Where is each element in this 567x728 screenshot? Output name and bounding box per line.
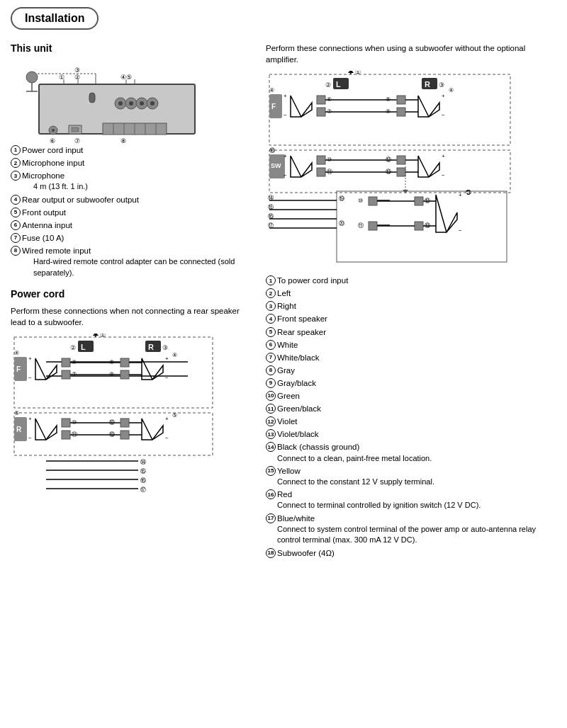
item-text: Subwoofer (4Ω)	[277, 547, 556, 559]
svg-rect-124	[397, 96, 405, 104]
svg-text:⑥: ⑥	[50, 137, 55, 144]
svg-marker-130	[418, 96, 439, 117]
item-num: 7	[266, 353, 276, 363]
svg-text:+: +	[165, 416, 169, 422]
list-item: 9 Gray/black	[266, 377, 556, 389]
item-text: Green/black	[277, 403, 556, 414]
svg-rect-30	[72, 127, 79, 132]
right-column: Perform these connections when using a s…	[266, 42, 556, 560]
svg-marker-75	[35, 419, 57, 440]
svg-text:②: ②	[74, 74, 80, 81]
svg-marker-181	[436, 195, 457, 232]
item-num: 5	[11, 207, 21, 217]
svg-rect-84	[120, 419, 129, 427]
item-text: White	[277, 339, 556, 351]
list-item: 7 White/black	[266, 352, 556, 363]
svg-text:④: ④	[14, 350, 19, 356]
svg-text:−: −	[165, 435, 169, 441]
svg-text:⑰: ⑰	[268, 222, 274, 229]
unit-diagram: ③ ① ② ④⑤	[11, 59, 209, 144]
svg-text:⑱: ⑱	[269, 147, 275, 154]
item-text: Gray	[277, 365, 556, 376]
svg-marker-138	[291, 156, 312, 177]
item-num: 10	[266, 391, 276, 401]
svg-marker-107	[348, 71, 354, 73]
item-num: 14	[266, 442, 276, 452]
item-num: 2	[11, 158, 21, 168]
svg-rect-57	[62, 370, 70, 379]
list-item: 3 Right	[266, 300, 556, 312]
list-item: 5 Rear speaker	[266, 326, 556, 338]
power-cord-intro: Perform these connections when not conne…	[11, 305, 252, 328]
svg-point-21	[140, 101, 144, 106]
page-wrapper: Installation This unit ③	[0, 0, 567, 567]
svg-text:−: −	[28, 435, 32, 441]
svg-rect-55	[62, 358, 70, 367]
svg-text:+: +	[442, 93, 445, 99]
svg-text:⑰: ⑰	[140, 487, 146, 493]
item-text: Power cord input	[22, 144, 252, 156]
item-num: 12	[266, 416, 276, 426]
right-items-list: 1 To power cord input 2 Left 3 Right 4 F…	[266, 275, 556, 559]
item-num: 6	[266, 340, 276, 350]
list-item: 4 Front speaker	[266, 313, 556, 324]
item-text: Gray/black	[277, 377, 556, 389]
power-cord-title: Power cord	[11, 288, 252, 300]
item-num: 11	[266, 404, 276, 414]
svg-marker-90	[142, 419, 163, 440]
svg-text:−: −	[442, 112, 445, 118]
svg-text:⑫: ⑫	[386, 157, 391, 163]
svg-text:⑫: ⑫	[109, 419, 115, 426]
svg-rect-147	[397, 156, 405, 164]
item-num: 16	[266, 489, 276, 499]
power-cord-diagram: L ② ① R ③ F ④	[11, 334, 223, 518]
svg-text:⑧: ⑧	[386, 96, 391, 103]
svg-text:L: L	[336, 80, 341, 89]
svg-text:+: +	[284, 93, 287, 99]
svg-text:③: ③	[162, 344, 168, 351]
list-item: 4 Rear output or subwoofer output	[11, 194, 252, 205]
svg-rect-173	[415, 197, 423, 205]
list-item: 6 Antenna input	[11, 220, 252, 231]
svg-rect-80	[62, 431, 70, 439]
item-text: YellowConnect to the constant 12 V suppl…	[277, 465, 556, 487]
list-item: 6 White	[266, 339, 556, 351]
svg-text:③: ③	[74, 67, 80, 74]
list-item: 10 Green	[266, 390, 556, 402]
item-num: 4	[11, 195, 21, 205]
svg-text:⑯: ⑯	[140, 477, 146, 484]
item-num: 1	[11, 145, 21, 155]
item-text: White/black	[277, 352, 556, 363]
svg-text:⑭: ⑭	[140, 459, 146, 465]
item-text: Rear output or subwoofer output	[22, 194, 252, 205]
header-box: Installation	[11, 7, 99, 30]
list-item: 8 Gray	[266, 365, 556, 376]
item-text: Fuse (10 A)	[22, 232, 252, 244]
svg-rect-78	[62, 419, 70, 427]
item-num: 17	[266, 513, 276, 523]
list-item: 1 Power cord input	[11, 144, 252, 156]
item-text: Violet	[277, 416, 556, 427]
svg-text:+: +	[28, 356, 32, 362]
svg-rect-63	[120, 370, 129, 379]
svg-text:⑯: ⑯	[268, 213, 274, 220]
power-cord-section: Power cord Perform these connections whe…	[11, 288, 252, 518]
item-text: Blue/whiteConnect to system control term…	[277, 513, 556, 546]
list-item: 2 Left	[266, 288, 556, 299]
svg-text:⑧: ⑧	[109, 359, 114, 365]
list-item: 14 Black (chassis ground)Connect to a cl…	[266, 441, 556, 463]
item-num: 9	[266, 378, 276, 388]
item-num: 8	[266, 365, 276, 375]
svg-text:−: −	[284, 112, 287, 118]
svg-text:−: −	[284, 172, 287, 178]
svg-text:R: R	[148, 343, 154, 351]
page-title: Installation	[25, 12, 84, 25]
svg-text:⑤: ⑤	[172, 412, 177, 419]
svg-rect-118	[317, 96, 325, 104]
svg-marker-115	[291, 96, 312, 117]
svg-point-0	[26, 72, 38, 83]
svg-text:⑳: ⑳	[339, 220, 344, 227]
list-item: 5 Front output	[11, 207, 252, 218]
svg-text:②: ②	[325, 81, 331, 89]
svg-rect-15	[89, 93, 95, 103]
